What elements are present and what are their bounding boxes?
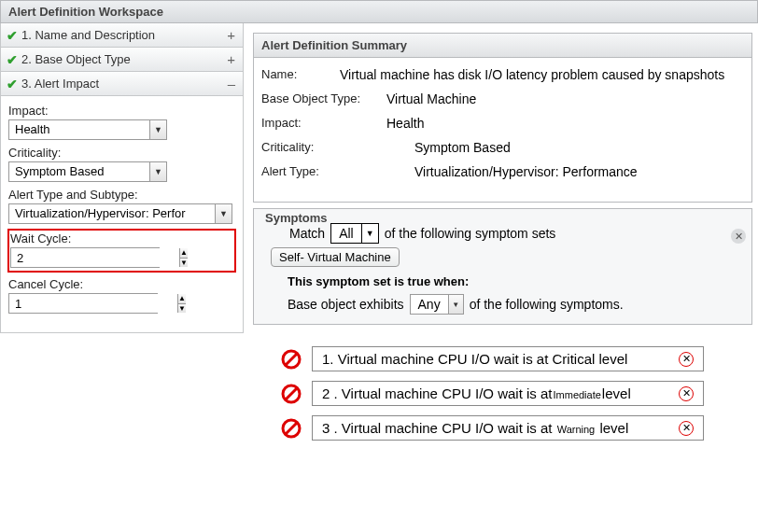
check-icon: ✔: [7, 52, 18, 67]
prohibit-icon: [280, 383, 302, 405]
symptoms-box: Symptoms ✕ Match All ▼ of the following …: [253, 208, 752, 325]
symptom-item[interactable]: 3 . Virtual machine CPU I/O wait is at W…: [312, 415, 704, 441]
rule-suffix: of the following symptoms.: [470, 297, 624, 312]
symptom-row: 2 . Virtual machine CPU I/O wait is atIm…: [280, 381, 758, 406]
match-select[interactable]: All ▼: [330, 223, 379, 244]
chevron-down-icon[interactable]: ▼: [361, 224, 378, 243]
summary-name-key: Name:: [256, 67, 340, 82]
symptom-row: 1. Virtual machine CPU I/O wait is at Cr…: [280, 346, 758, 371]
summary-base-key: Base Object Type:: [256, 91, 386, 106]
summary-impact-val: Health: [386, 116, 424, 131]
step-up-icon[interactable]: ▲: [180, 248, 188, 258]
wait-cycle-stepper[interactable]: ▲ ▼: [10, 247, 160, 268]
chevron-down-icon[interactable]: ▼: [149, 120, 166, 139]
prohibit-icon: [280, 348, 302, 371]
summary-name-val: Virtual machine has disk I/O latency pro…: [340, 67, 724, 82]
summary-base-val: Virtual Machine: [386, 91, 476, 106]
check-icon: ✔: [7, 28, 18, 43]
scope-pill[interactable]: Self- Virtual Machine: [271, 247, 400, 267]
summary-impact-key: Impact:: [256, 116, 386, 131]
svg-line-5: [286, 423, 297, 434]
symptom-item[interactable]: 2 . Virtual machine CPU I/O wait is atIm…: [312, 381, 704, 406]
summary-crit-val: Symptom Based: [414, 140, 511, 155]
svg-line-1: [286, 354, 297, 365]
criticality-select[interactable]: Symptom Based ▼: [8, 161, 167, 182]
match-value: All: [331, 224, 361, 243]
rule-select[interactable]: Any ▼: [410, 294, 464, 315]
alerttype-value: Virtualization/Hypervisor: Perfor: [9, 204, 215, 223]
criticality-label: Criticality:: [8, 146, 235, 160]
wait-cycle-label: Wait Cycle:: [10, 231, 233, 245]
alert-impact-panel: Impact: Health ▼ Criticality: Symptom Ba…: [0, 96, 244, 333]
workspace-header: Alert Definition Workspace: [0, 0, 758, 23]
alerttype-label: Alert Type and Subtype:: [8, 188, 235, 202]
impact-select[interactable]: Health ▼: [8, 119, 167, 140]
rule-value: Any: [411, 295, 448, 314]
accordion-label: 2. Base Object Type: [21, 52, 227, 66]
accordion-label: 3. Alert Impact: [21, 77, 228, 91]
cancel-cycle-input[interactable]: [9, 294, 177, 313]
summary-type-key: Alert Type:: [256, 164, 414, 179]
summary-box: Alert Definition Summary Name:Virtual ma…: [253, 33, 752, 203]
prohibit-icon: [280, 417, 302, 440]
accordion-step-3[interactable]: ✔ 3. Alert Impact –: [0, 72, 244, 96]
summary-crit-key: Criticality:: [256, 140, 414, 155]
sidebar: ✔ 1. Name and Description + ✔ 2. Base Ob…: [0, 23, 244, 333]
remove-icon[interactable]: ✕: [679, 421, 694, 436]
chevron-down-icon[interactable]: ▼: [149, 162, 166, 181]
rule-prefix: Base object exhibits: [288, 297, 404, 312]
cancel-cycle-stepper[interactable]: ▲ ▼: [8, 293, 158, 314]
summary-type-val: Virtualization/Hypervisor: Performance: [414, 164, 638, 179]
accordion-step-1[interactable]: ✔ 1. Name and Description +: [0, 23, 244, 48]
summary-header: Alert Definition Summary: [254, 34, 751, 58]
impact-value: Health: [9, 120, 149, 139]
symptom-rule-heading: This symptom set is true when:: [288, 274, 742, 288]
criticality-value: Symptom Based: [9, 162, 149, 181]
impact-label: Impact:: [8, 104, 235, 118]
match-suffix: of the following symptom sets: [385, 226, 556, 241]
chevron-down-icon[interactable]: ▼: [448, 295, 463, 314]
chevron-down-icon[interactable]: ▼: [215, 204, 232, 223]
remove-icon[interactable]: ✕: [679, 386, 694, 401]
accordion-step-2[interactable]: ✔ 2. Base Object Type +: [0, 48, 244, 72]
check-icon: ✔: [7, 77, 18, 91]
expand-icon[interactable]: +: [227, 51, 235, 67]
svg-line-3: [286, 388, 297, 399]
match-label: Match: [289, 226, 325, 241]
main-area: Alert Definition Summary Name:Virtual ma…: [244, 23, 758, 333]
alerttype-select[interactable]: Virtualization/Hypervisor: Perfor ▼: [8, 203, 232, 224]
symptom-item[interactable]: 1. Virtual machine CPU I/O wait is at Cr…: [312, 346, 704, 371]
symptom-row: 3 . Virtual machine CPU I/O wait is at W…: [280, 415, 758, 441]
wait-cycle-input[interactable]: [11, 248, 179, 267]
collapse-icon[interactable]: –: [228, 76, 235, 91]
accordion-label: 1. Name and Description: [21, 28, 227, 42]
close-icon[interactable]: ✕: [731, 229, 746, 244]
step-down-icon[interactable]: ▼: [178, 303, 186, 314]
wait-cycle-highlight: Wait Cycle: ▲ ▼: [8, 230, 235, 272]
remove-icon[interactable]: ✕: [679, 352, 694, 367]
cancel-cycle-label: Cancel Cycle:: [8, 277, 235, 291]
symptom-list: 1. Virtual machine CPU I/O wait is at Cr…: [280, 346, 758, 441]
step-up-icon[interactable]: ▲: [178, 294, 186, 303]
step-down-icon[interactable]: ▼: [180, 258, 188, 268]
expand-icon[interactable]: +: [227, 27, 235, 43]
